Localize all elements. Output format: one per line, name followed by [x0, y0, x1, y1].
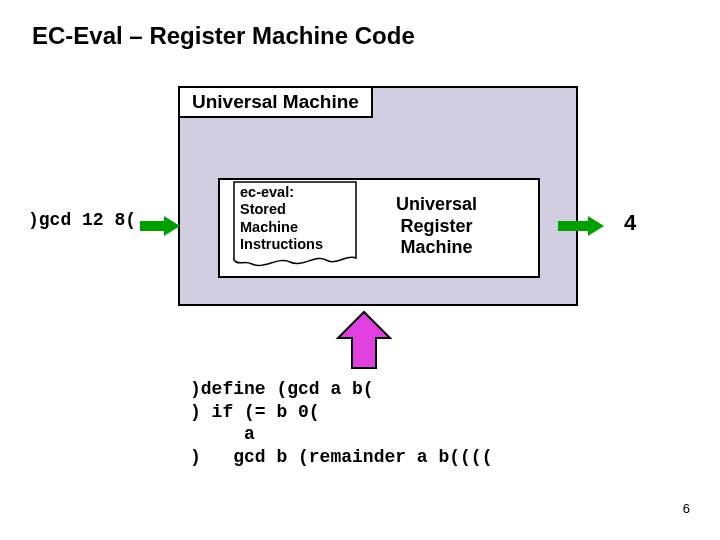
code-line: ) gcd b (remainder a b((((	[190, 447, 492, 467]
urm-line: Register	[396, 216, 477, 238]
universal-machine-title: Universal Machine	[178, 86, 373, 118]
output-value: 4	[624, 210, 636, 236]
page-number: 6	[683, 501, 690, 516]
note-line: ec-eval:	[240, 184, 352, 201]
code-line: )define (gcd a b(	[190, 379, 374, 399]
note-line: Instructions	[240, 236, 352, 253]
arrow-program-input-icon	[334, 310, 394, 376]
instructions-note-text: ec-eval: Stored Machine Instructions	[240, 184, 352, 254]
svg-rect-2	[558, 221, 588, 231]
input-expression: )gcd 12 8(	[28, 210, 136, 230]
code-line: a	[190, 424, 255, 444]
svg-marker-1	[164, 216, 180, 236]
code-line: ) if (= b 0(	[190, 402, 320, 422]
gcd-definition-code: )define (gcd a b( ) if (= b 0( a ) gcd b…	[190, 378, 492, 468]
svg-rect-0	[140, 221, 164, 231]
slide-title: EC-Eval – Register Machine Code	[32, 22, 415, 50]
arrow-input-icon	[140, 216, 182, 240]
arrow-output-icon	[558, 216, 606, 240]
svg-marker-3	[588, 216, 604, 236]
svg-marker-4	[338, 312, 390, 368]
note-line: Stored	[240, 201, 352, 218]
note-line: Machine	[240, 219, 352, 236]
urm-line: Machine	[396, 237, 477, 259]
urm-line: Universal	[396, 194, 477, 216]
universal-register-machine-label: Universal Register Machine	[396, 194, 477, 259]
